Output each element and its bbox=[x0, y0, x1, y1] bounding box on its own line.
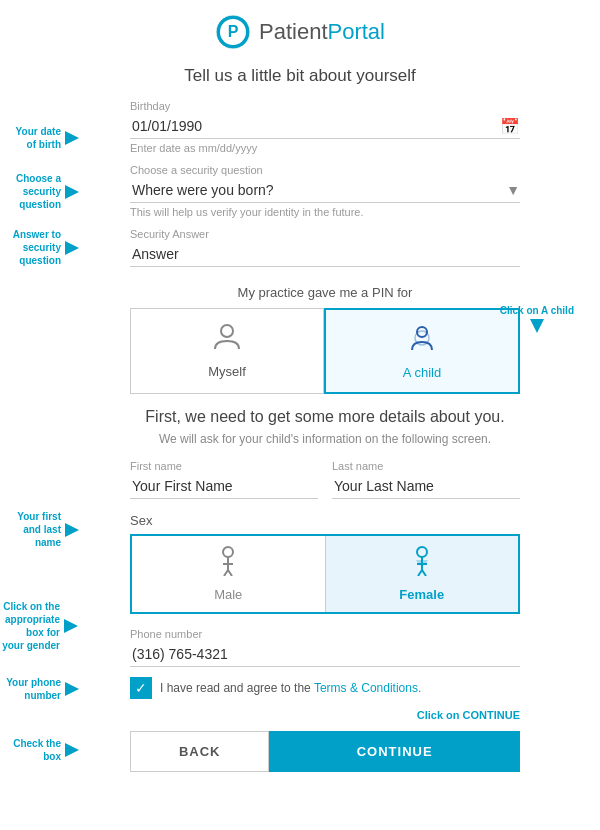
svg-line-10 bbox=[228, 570, 232, 576]
sex-section: Sex Male bbox=[130, 513, 520, 614]
click-continue-annotation: Click on CONTINUE bbox=[417, 709, 520, 721]
security-a-arrow-icon bbox=[65, 241, 79, 255]
name-arrow-icon bbox=[65, 523, 79, 537]
first-name-input[interactable] bbox=[130, 474, 318, 499]
phone-field-group: Phone number bbox=[130, 628, 520, 667]
pin-option-myself[interactable]: Myself bbox=[130, 308, 324, 394]
name-annotation: Your first and last name bbox=[6, 510, 79, 549]
terms-checkbox[interactable]: ✓ bbox=[130, 677, 152, 699]
security-question-field-group: Choose a security question Where were yo… bbox=[130, 164, 520, 218]
main-content: Birthday 📅 Enter date as mm/dd/yyyy Choo… bbox=[0, 100, 600, 772]
pin-label: My practice gave me a PIN for bbox=[130, 285, 520, 300]
name-row: First name Last name bbox=[130, 460, 520, 499]
birthday-hint: Enter date as mm/dd/yyyy bbox=[130, 142, 520, 154]
security-q-arrow-icon bbox=[65, 185, 79, 199]
gender-annotation: Click on the appropriate box for your ge… bbox=[2, 600, 78, 652]
first-name-label: First name bbox=[130, 460, 318, 472]
chevron-down-icon: ▼ bbox=[506, 182, 520, 198]
dob-annotation: Your date of birth bbox=[6, 125, 79, 151]
female-label: Female bbox=[399, 587, 444, 602]
back-button[interactable]: BACK bbox=[130, 731, 269, 772]
sex-option-male[interactable]: Male bbox=[132, 536, 325, 612]
calendar-icon: 📅 bbox=[500, 117, 520, 136]
svg-point-3 bbox=[221, 325, 233, 337]
child-annotation-text: Click on A child bbox=[500, 305, 574, 316]
btn-row: BACK CONTINUE bbox=[130, 731, 520, 772]
child-arrow-icon bbox=[530, 319, 544, 333]
logo-icon: P bbox=[215, 14, 251, 50]
svg-point-6 bbox=[223, 547, 233, 557]
svg-point-11 bbox=[417, 547, 427, 557]
app-title: PatientPortal bbox=[259, 19, 385, 45]
sex-label: Sex bbox=[130, 513, 520, 528]
dob-arrow-icon bbox=[65, 131, 79, 145]
male-label: Male bbox=[214, 587, 242, 602]
birthday-field-group: Birthday 📅 Enter date as mm/dd/yyyy bbox=[130, 100, 520, 154]
more-details-sub: We will ask for your child's information… bbox=[130, 432, 520, 446]
last-name-label: Last name bbox=[332, 460, 520, 472]
male-icon bbox=[216, 546, 240, 583]
pin-options: Myself A child bbox=[130, 308, 520, 394]
security-answer-label: Security Answer bbox=[130, 228, 520, 240]
checkbox-annotation-text: Check the box bbox=[6, 737, 61, 763]
sex-option-female[interactable]: Female bbox=[325, 536, 519, 612]
checkbox-annotation: Check the box bbox=[6, 737, 79, 763]
first-name-field-group: First name bbox=[130, 460, 318, 499]
phone-arrow-icon bbox=[65, 682, 79, 696]
female-icon bbox=[410, 546, 434, 583]
security-answer-input[interactable] bbox=[130, 242, 520, 267]
security-q-annotation-text: Choose a security question bbox=[6, 172, 61, 211]
last-name-field-group: Last name bbox=[332, 460, 520, 499]
page-title: Tell us a little bit about yourself bbox=[0, 66, 600, 86]
child-annotation: Click on A child bbox=[500, 305, 574, 333]
security-question-label: Choose a security question bbox=[130, 164, 520, 176]
security-q-annotation: Choose a security question bbox=[6, 172, 79, 211]
dob-annotation-text: Your date of birth bbox=[6, 125, 61, 151]
birthday-label: Birthday bbox=[130, 100, 520, 112]
security-question-select-wrapper: Where were you born? ▼ bbox=[130, 178, 520, 203]
phone-annotation-text: Your phone number bbox=[6, 676, 61, 702]
security-a-annotation-text: Answer to security question bbox=[6, 228, 61, 267]
security-a-annotation: Answer to security question bbox=[6, 228, 79, 267]
pin-section: My practice gave me a PIN for Myself bbox=[130, 285, 520, 394]
checkbox-arrow-icon bbox=[65, 743, 79, 757]
security-answer-field-group: Security Answer bbox=[130, 228, 520, 267]
continue-button[interactable]: CONTINUE bbox=[269, 731, 520, 772]
phone-annotation: Your phone number bbox=[6, 676, 79, 702]
gender-annotation-text: Click on the appropriate box for your ge… bbox=[2, 600, 60, 652]
header: P PatientPortal bbox=[0, 0, 600, 60]
birthday-input-wrapper: 📅 bbox=[130, 114, 520, 139]
name-annotation-text: Your first and last name bbox=[6, 510, 61, 549]
checkmark-icon: ✓ bbox=[135, 680, 147, 696]
phone-label: Phone number bbox=[130, 628, 520, 640]
security-hint: This will help us verify your identity i… bbox=[130, 206, 520, 218]
more-details-section: First, we need to get some more details … bbox=[130, 408, 520, 446]
terms-link[interactable]: Terms & Conditions. bbox=[314, 681, 421, 695]
pin-option-child[interactable]: A child bbox=[324, 308, 520, 394]
more-details-title: First, we need to get some more details … bbox=[130, 408, 520, 426]
child-icon bbox=[406, 322, 438, 361]
checkbox-label: I have read and agree to the Terms & Con… bbox=[160, 681, 421, 695]
gender-arrow-icon bbox=[64, 619, 78, 633]
phone-input[interactable] bbox=[130, 642, 520, 667]
last-name-input[interactable] bbox=[332, 474, 520, 499]
svg-text:P: P bbox=[228, 23, 239, 40]
security-question-select[interactable]: Where were you born? bbox=[130, 178, 506, 202]
sex-options: Male Female bbox=[130, 534, 520, 614]
checkbox-row: ✓ I have read and agree to the Terms & C… bbox=[130, 677, 520, 699]
person-icon bbox=[211, 321, 243, 360]
pin-myself-label: Myself bbox=[208, 364, 246, 379]
birthday-input[interactable] bbox=[130, 114, 500, 138]
svg-line-15 bbox=[422, 570, 426, 576]
pin-child-label: A child bbox=[403, 365, 441, 380]
